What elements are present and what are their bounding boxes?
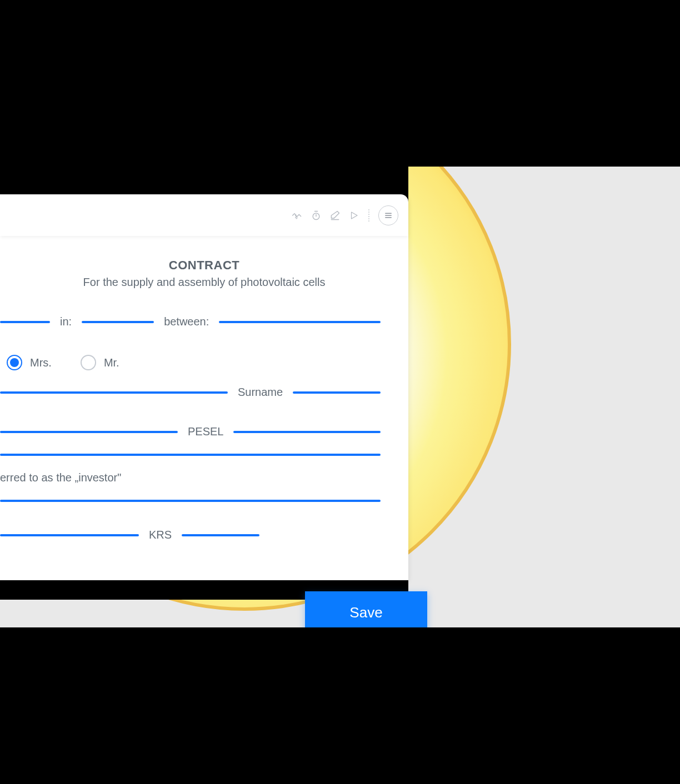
black-overlay-top	[0, 0, 680, 167]
blank-field[interactable]	[182, 534, 259, 536]
row-fullwidth-1	[0, 454, 381, 456]
bottom-black-bar	[0, 627, 680, 784]
label-surname: Surname	[238, 386, 283, 399]
label-pesel: PESEL	[188, 425, 223, 438]
blank-field[interactable]	[0, 534, 139, 536]
blank-field[interactable]	[293, 391, 381, 394]
play-icon[interactable]	[348, 210, 359, 221]
eraser-icon[interactable]	[329, 210, 341, 221]
save-button-label: Save	[349, 604, 382, 621]
menu-button[interactable]	[378, 205, 398, 225]
blank-field[interactable]	[0, 391, 228, 394]
row-fullwidth-2	[0, 500, 381, 502]
document-window: CONTRACT For the supply and assembly of …	[0, 194, 408, 580]
row-in-between: in: between:	[0, 315, 381, 328]
toolbar-divider	[368, 209, 369, 222]
toolbar	[0, 194, 408, 236]
row-investor-note: erred to as the „investor"	[0, 471, 381, 484]
row-salutation: Mrs. Mr.	[0, 355, 381, 370]
timer-icon[interactable]	[311, 210, 322, 221]
document-body: CONTRACT For the supply and assembly of …	[0, 236, 408, 580]
blank-field[interactable]	[0, 431, 178, 433]
blank-field[interactable]	[0, 321, 50, 323]
blank-field[interactable]	[219, 321, 381, 323]
handshake-icon[interactable]	[292, 210, 303, 221]
row-pesel: PESEL	[0, 425, 381, 438]
doc-subtitle: For the supply and assembly of photovolt…	[0, 276, 381, 289]
blank-field[interactable]	[82, 321, 154, 323]
blank-field[interactable]	[0, 500, 381, 502]
label-mr: Mr.	[104, 356, 119, 369]
radio-mrs[interactable]	[7, 355, 22, 370]
radio-mr[interactable]	[81, 355, 96, 370]
label-krs: KRS	[149, 529, 172, 541]
grey-band: CONTRACT For the supply and assembly of …	[0, 89, 680, 627]
label-between: between:	[164, 315, 209, 328]
row-krs: KRS	[0, 529, 381, 541]
label-in: in:	[60, 315, 72, 328]
investor-note: erred to as the „investor"	[0, 471, 121, 484]
row-surname: Surname	[0, 386, 381, 399]
doc-title: CONTRACT	[0, 258, 381, 273]
label-mrs: Mrs.	[30, 356, 52, 369]
blank-field[interactable]	[233, 431, 381, 433]
blank-field[interactable]	[0, 454, 381, 456]
